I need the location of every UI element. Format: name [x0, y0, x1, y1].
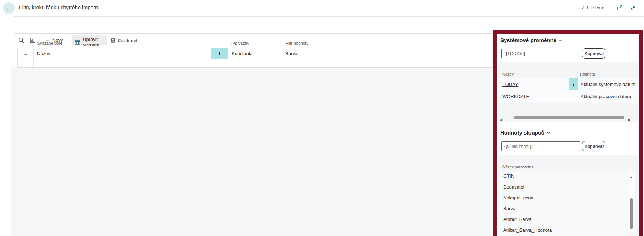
sysvar-name-link[interactable]: TODAY: [502, 82, 518, 87]
current-row-arrow-icon: →: [23, 51, 28, 56]
analysis-mode-icon[interactable]: [30, 37, 36, 44]
ellipsis-icon: ⋮: [572, 82, 576, 87]
trash-icon: [110, 37, 116, 43]
business-central-page: ← Filtry kroku řádku chytrého importu ✓ …: [0, 0, 644, 236]
column-values-section-header[interactable]: Hodnoty sloupců: [500, 130, 551, 136]
chevron-down-icon: [546, 131, 551, 134]
column-values-title: Hodnoty sloupců: [500, 130, 545, 136]
save-status-label: Uloženo: [587, 5, 604, 10]
parameter-list-header: Název parametru: [502, 165, 533, 169]
horizontal-scrollbar[interactable]: [505, 115, 626, 120]
back-arrow-icon: ←: [6, 5, 12, 12]
parameter-item[interactable]: Dodavatel: [498, 182, 628, 193]
delete-button-label: Odstranit: [118, 38, 137, 43]
highlight-box-system-variables-panel: Systémové proměnné Kopírovat Název Hodno…: [493, 30, 643, 236]
sysvar-name: WORKDATE: [502, 94, 529, 99]
collapse-icon[interactable]: [630, 5, 636, 11]
parameter-list: Název parametru GTIN Dodavatel Nákupní c…: [498, 155, 638, 236]
parameter-item[interactable]: Nákupní cena: [498, 192, 628, 204]
grid-row-empty: [18, 59, 492, 67]
sysvar-row-today[interactable]: TODAY ⋮ Aktuální systémové datum: [498, 78, 638, 91]
check-icon: ✓: [581, 5, 585, 10]
page-title: Filtry kroku řádku chytrého importu: [19, 5, 99, 10]
bound-field-cell[interactable]: Název: [34, 48, 211, 59]
ellipsis-icon: ⋮: [218, 51, 222, 56]
open-in-window-icon[interactable]: [617, 5, 623, 11]
edit-list-button[interactable]: Upravit seznam: [72, 35, 107, 45]
system-variables-title: Systémové proměnné: [500, 37, 556, 43]
relation-type-cell[interactable]: Konstanta: [228, 48, 282, 59]
vertical-scrollbar-thumb[interactable]: [630, 198, 633, 229]
assist-edit-cell[interactable]: ⋮: [211, 48, 228, 59]
row-selector-cell[interactable]: →: [18, 48, 34, 59]
row-selector-cell[interactable]: [18, 59, 34, 67]
relation-type-cell[interactable]: [228, 59, 282, 67]
hscroll-left-arrow[interactable]: ◀: [500, 116, 502, 122]
grid-column-bound-field[interactable]: Svázané pole: [37, 41, 62, 45]
sysvar-column-name: Název: [502, 72, 514, 76]
grid-row-1: → Název ⋮ Konstanta Barva: [18, 48, 492, 59]
search-icon[interactable]: [18, 37, 24, 44]
copy-system-variable-button[interactable]: Kopírovat: [582, 48, 605, 59]
column-value-input[interactable]: [501, 141, 580, 151]
parameter-item[interactable]: Atribut_Barva_Hodnota: [498, 225, 628, 236]
chevron-down-icon: [558, 39, 563, 42]
hscroll-right-arrow[interactable]: ▶: [628, 116, 631, 122]
system-variables-section-header[interactable]: Systémové proměnné: [500, 37, 563, 43]
parameter-item[interactable]: Barva: [498, 203, 628, 214]
parameter-item[interactable]: GTIN: [498, 171, 628, 182]
value-filter-cell[interactable]: [282, 59, 492, 67]
top-bar: ← Filtry kroku řádku chytrého importu ✓ …: [0, 0, 644, 16]
filter-steps-grid: → Název ⋮ Konstanta Barva: [17, 48, 492, 68]
vertical-scrollbar[interactable]: ▲: [628, 171, 635, 232]
horizontal-scrollbar-thumb[interactable]: [514, 116, 624, 119]
value-filter-cell[interactable]: Barva: [282, 48, 492, 59]
grid-column-relation-type[interactable]: Typ vazby: [231, 41, 249, 45]
sysvar-row-workdate[interactable]: WORKDATE Aktuální pracovní datum: [498, 91, 638, 103]
assist-edit-cell[interactable]: ⋮: [569, 78, 578, 90]
back-button[interactable]: ←: [3, 2, 15, 14]
sysvar-value: Aktuální systémové datum: [581, 82, 638, 87]
sysvar-column-value: Hodnota: [580, 72, 595, 76]
system-variables-list: Název Hodnota TODAY ⋮ Aktuální systémové…: [498, 62, 638, 122]
edit-table-icon: [75, 40, 80, 45]
assist-edit-cell[interactable]: [211, 59, 228, 67]
edit-list-button-label: Upravit seznam: [83, 37, 107, 47]
vscroll-up-arrow[interactable]: ▲: [630, 173, 633, 180]
copy-column-value-button[interactable]: Kopírovat: [582, 141, 605, 151]
sysvar-value: Aktuální pracovní datum: [581, 94, 638, 99]
parameter-item[interactable]: Atribut_Barva: [498, 214, 628, 225]
system-variable-input[interactable]: [501, 49, 580, 58]
save-status: ✓ Uloženo: [581, 5, 604, 10]
bound-field-cell[interactable]: [34, 59, 211, 67]
grid-column-value-filter[interactable]: Filtr hodnoty: [286, 41, 308, 45]
content-background: [11, 67, 491, 236]
delete-button[interactable]: Odstranit: [110, 37, 137, 43]
